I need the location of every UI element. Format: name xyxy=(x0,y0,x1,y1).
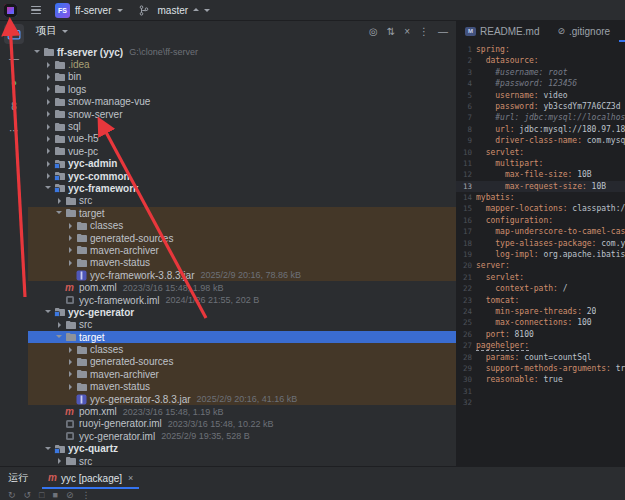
locate-file-icon[interactable]: ◎ xyxy=(369,26,378,37)
chevron-collapsed-icon[interactable] xyxy=(67,347,76,353)
editor-line-25[interactable]: 25 max-connections: 100 xyxy=(456,317,625,328)
tree-item--idea[interactable]: .idea xyxy=(28,58,456,70)
editor-line-22[interactable]: 22 context-path: / xyxy=(456,283,625,294)
tree-item-pom-xml[interactable]: mpom.xml2023/3/16 15:48, 1.19 kB xyxy=(28,405,456,417)
tree-item-target[interactable]: target xyxy=(28,207,456,219)
expand-collapse-icon[interactable]: ⇅ xyxy=(387,26,395,37)
chevron-collapsed-icon[interactable] xyxy=(45,124,54,130)
chevron-collapsed-icon[interactable] xyxy=(56,322,65,328)
tree-item-maven-status[interactable]: maven-status xyxy=(28,257,456,269)
mute-icon[interactable]: ⊘ xyxy=(66,490,74,500)
chevron-collapsed-icon[interactable] xyxy=(45,161,54,167)
chevron-collapsed-icon[interactable] xyxy=(45,99,54,105)
chevron-collapsed-icon[interactable] xyxy=(67,384,76,390)
editor-line-2[interactable]: 2 datasource: xyxy=(456,55,625,66)
editor-line-30[interactable]: 30 reasonable: true xyxy=(456,374,625,385)
editor-line-31[interactable]: 31 xyxy=(456,386,625,397)
chevron-collapsed-icon[interactable] xyxy=(67,260,76,266)
chevron-collapsed-icon[interactable] xyxy=(45,62,54,68)
restart-icon[interactable]: ↺ xyxy=(24,490,32,500)
editor-line-8[interactable]: 8 url: jdbc:mysql://180.97.189 xyxy=(456,124,625,135)
tree-item-yyc-admin[interactable]: yyc-admin xyxy=(28,158,456,170)
tree-item-snow-manage-vue[interactable]: snow-manage-vue xyxy=(28,96,456,108)
chevron-collapsed-icon[interactable] xyxy=(56,198,65,204)
chevron-collapsed-icon[interactable] xyxy=(67,371,76,377)
chevron-collapsed-icon[interactable] xyxy=(45,111,54,117)
tree-item-maven-archiver[interactable]: maven-archiver xyxy=(28,244,456,256)
project-badge[interactable]: FS xyxy=(55,3,70,18)
editor-tab-readme-md[interactable]: MREADME.md xyxy=(456,20,548,42)
chevron-expanded-icon[interactable] xyxy=(56,333,65,341)
chevron-collapsed-icon[interactable] xyxy=(67,247,76,253)
tree-item-maven-status[interactable]: maven-status xyxy=(28,381,456,393)
editor-line-9[interactable]: 9 driver-class-name: com.mysql xyxy=(456,135,625,146)
editor-line-15[interactable]: 15 mapper-locations: classpath:/ma xyxy=(456,203,625,214)
tree-item-generated-sources[interactable]: generated-sources xyxy=(28,232,456,244)
editor-line-23[interactable]: 23 tomcat: xyxy=(456,295,625,306)
tree-item-classes[interactable]: classes xyxy=(28,343,456,355)
editor-line-32[interactable]: 32 xyxy=(456,397,625,408)
tree-item-ff-server-yyc-[interactable]: ff-server (yyc)G:\clone\ff-server xyxy=(28,46,456,58)
tree-item-bin[interactable]: bin xyxy=(28,71,456,83)
chevron-collapsed-icon[interactable] xyxy=(45,148,54,154)
tree-item-vue-h5[interactable]: vue-h5 xyxy=(28,133,456,145)
tree-item-target[interactable]: target xyxy=(28,331,456,343)
rerun-icon[interactable]: ↻ xyxy=(8,490,16,500)
chevron-expanded-icon[interactable] xyxy=(45,445,54,453)
chevron-expanded-icon[interactable] xyxy=(56,209,65,217)
editor-line-20[interactable]: 20server: xyxy=(456,260,625,271)
hide-panel-icon[interactable]: — xyxy=(438,26,448,37)
chevron-collapsed-icon[interactable] xyxy=(56,458,65,464)
editor-line-4[interactable]: 4 #password: 123456 xyxy=(456,78,625,89)
editor-line-11[interactable]: 11 multipart: xyxy=(456,158,625,169)
editor-line-19[interactable]: 19 log-impl: org.apache.ibatis.l xyxy=(456,249,625,260)
editor-tab-applica[interactable]: applica xyxy=(619,20,625,42)
divider-dash-icon[interactable]: — xyxy=(4,48,24,68)
chevron-expanded-icon[interactable] xyxy=(45,308,54,316)
tree-item-vue-pc[interactable]: vue-pc xyxy=(28,145,456,157)
editor-line-24[interactable]: 24 min-spare-threads: 20 xyxy=(456,306,625,317)
tree-item-yyc-framework-iml[interactable]: yyc-framework.iml2024/1/26 21:55, 202 B xyxy=(28,294,456,306)
chevron-expanded-icon[interactable] xyxy=(34,48,43,56)
tree-item-yyc-generator[interactable]: yyc-generator xyxy=(28,306,456,318)
chevron-collapsed-icon[interactable] xyxy=(67,359,76,365)
editor-line-7[interactable]: 7 #url: jdbc:mysql://localhost xyxy=(456,112,625,123)
more-tools-icon[interactable]: ⋯ xyxy=(4,120,24,140)
editor-line-6[interactable]: 6 password: yb3csdYm77A6CZ3d xyxy=(456,101,625,112)
editor-line-13[interactable]: 13 max-request-size: 10B xyxy=(456,181,625,192)
chevron-collapsed-icon[interactable] xyxy=(45,74,54,80)
tree-item-yyc-generator-3-8-3-jar[interactable]: yyc-generator-3.8.3.jar2025/2/9 20:16, 4… xyxy=(28,393,456,405)
editor-line-21[interactable]: 21 servlet: xyxy=(456,272,625,283)
editor-line-28[interactable]: 28 params: count=countSql xyxy=(456,352,625,363)
status-dot-icon[interactable]: ● xyxy=(4,72,24,92)
tree-item-yyc-common[interactable]: yyc-common xyxy=(28,170,456,182)
structure-icon[interactable]: 8 xyxy=(4,96,24,116)
tree-item-yyc-quartz[interactable]: yyc-quartz xyxy=(28,443,456,455)
branch-selector[interactable]: master xyxy=(139,5,211,16)
tree-item-src[interactable]: src xyxy=(28,195,456,207)
editor-line-17[interactable]: 17 map-underscore-to-camel-case xyxy=(456,226,625,237)
chevron-collapsed-icon[interactable] xyxy=(45,136,54,142)
project-selector[interactable]: ff-server xyxy=(75,5,112,16)
editor-line-12[interactable]: 12 max-file-size: 10B xyxy=(456,169,625,180)
project-panel-title[interactable]: 项目 xyxy=(36,24,57,38)
run-tab-yyc-package[interactable]: m yyc [package] × xyxy=(42,467,139,489)
tree-item-src[interactable]: src xyxy=(28,319,456,331)
tree-item-ruoyi-generator-iml[interactable]: ruoyi-generator.iml2023/3/16 15:48, 10.2… xyxy=(28,418,456,430)
project-tool-icon[interactable] xyxy=(4,24,24,44)
editor-line-1[interactable]: 1spring: xyxy=(456,44,625,55)
editor-line-29[interactable]: 29 support-methods-arguments: true xyxy=(456,363,625,374)
main-menu-icon[interactable] xyxy=(31,6,41,14)
editor-line-16[interactable]: 16 configuration: xyxy=(456,215,625,226)
chevron-expanded-icon[interactable] xyxy=(45,184,54,192)
app-logo-icon[interactable] xyxy=(4,4,17,17)
tree-item-yyc-generator-iml[interactable]: yyc-generator.iml2025/2/9 19:35, 528 B xyxy=(28,430,456,442)
tree-item-pom-xml[interactable]: mpom.xml2023/3/16 15:48, 1.98 kB xyxy=(28,281,456,293)
editor-line-3[interactable]: 3 #username: root xyxy=(456,67,625,78)
tree-item-snow-server[interactable]: snow-server xyxy=(28,108,456,120)
tree-item-maven-archiver[interactable]: maven-archiver xyxy=(28,368,456,380)
tree-item-yyc-framework-3-8-3-jar[interactable]: yyc-framework-3.8.3.jar2025/2/9 20:16, 7… xyxy=(28,269,456,281)
editor-line-18[interactable]: 18 type-aliases-package: com.yyc xyxy=(456,238,625,249)
more-options-icon[interactable]: ⋮ xyxy=(419,26,429,37)
chevron-collapsed-icon[interactable] xyxy=(45,173,54,179)
